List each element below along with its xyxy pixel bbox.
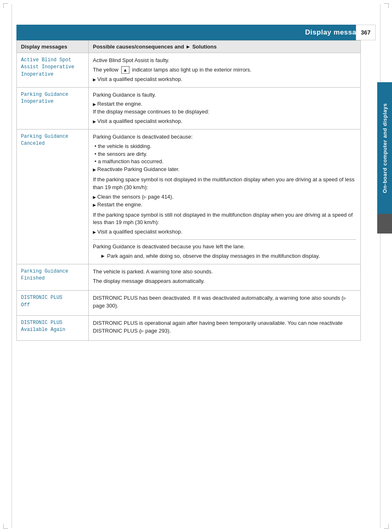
desc-text: The display message disappears automatic… [93,278,356,285]
solution-text: ► Park again and, while doing so, observ… [93,252,356,260]
desc-text: If the parking space symbol is not displ… [93,176,356,192]
solution-text: Clean the sensors (▹ page 414). [93,193,356,201]
display-messages-table: Display messages Possible causes/consequ… [16,40,361,341]
corner-mark-tl [3,3,8,8]
solution-text: Visit a qualified specialist workshop. [93,76,356,83]
causes-cell: Active Blind Spot Assist is faulty. The … [89,53,361,88]
causes-cell: DISTRONIC PLUS has been deactivated. If … [89,291,361,316]
content-area: Display messages Possible causes/consequ… [16,40,361,341]
causes-cell: Parking Guidance is deactivated because:… [89,129,361,264]
corner-mark-tr [384,3,389,8]
message-cell: Parking GuidanceFinished [17,264,89,291]
desc-text: If the display message continues to be d… [93,108,356,116]
bullet-text: the sensors are dirty. [93,150,356,158]
table-row: Active Blind SpotAssist InoperativeInope… [17,53,361,88]
desc-text: DISTRONIC PLUS has been deactivated. If … [93,294,356,310]
message-cell: Parking GuidanceCanceled [17,129,89,264]
desc-text: Parking Guidance is faulty. [93,91,356,99]
table-row: Parking GuidanceCanceled Parking Guidanc… [17,129,361,264]
desc-text: If the parking space symbol is still not… [93,211,356,227]
section-divider [93,239,356,240]
causes-cell: Parking Guidance is faulty. Restart the … [89,87,361,129]
solution-text: Reactivate Parking Guidance later. [93,166,356,173]
solution-text: Restart the engine. [93,100,356,108]
col-header-causes: Possible causes/consequences and ► Solut… [89,41,361,53]
solution-text: Restart the engine. [93,201,356,209]
solution-text: Visit a qualified specialist workshop. [93,118,356,125]
side-tab-label: On-board computer and displays [382,103,388,193]
table-row: DISTRONIC PLUSAvailable Again DISTRONIC … [17,316,361,341]
page-number: 367 [356,25,376,40]
side-tab: On-board computer and displays [377,82,392,214]
message-cell: DISTRONIC PLUSOff [17,291,89,316]
side-tab-block [377,214,392,234]
desc-text: The vehicle is parked. A warning tone al… [93,268,356,276]
table-row: Parking GuidanceInoperative Parking Guid… [17,87,361,129]
message-cell: Parking GuidanceInoperative [17,87,89,129]
message-cell: Active Blind SpotAssist InoperativeInope… [17,53,89,88]
table-row: DISTRONIC PLUSOff DISTRONIC PLUS has bee… [17,291,361,316]
table-row: Parking GuidanceFinished The vehicle is … [17,264,361,291]
corner-mark-bl [3,524,8,529]
causes-cell: DISTRONIC PLUS is operational again afte… [89,316,361,341]
bullet-text: a malfunction has occurred. [93,158,356,166]
solution-text: Visit a qualified specialist workshop. [93,228,356,236]
desc-text: Parking Guidance is deactivated because: [93,133,356,141]
causes-cell: The vehicle is parked. A warning tone al… [89,264,361,291]
message-cell: DISTRONIC PLUSAvailable Again [17,316,89,341]
desc-text: Active Blind Spot Assist is faulty. [93,57,356,65]
desc-text: DISTRONIC PLUS is operational again afte… [93,319,356,335]
col-header-message: Display messages [17,41,89,53]
warning-icon: ▲ [121,66,129,74]
header-bar: Display messages [16,25,376,40]
desc-text: The yellow ▲ indicator lamps also light … [93,66,356,74]
bullet-text: the vehicle is skidding. [93,143,356,150]
corner-mark-br [384,524,389,529]
page-line-left [12,4,12,528]
desc-text: Parking Guidance is deactivated because … [93,243,356,251]
